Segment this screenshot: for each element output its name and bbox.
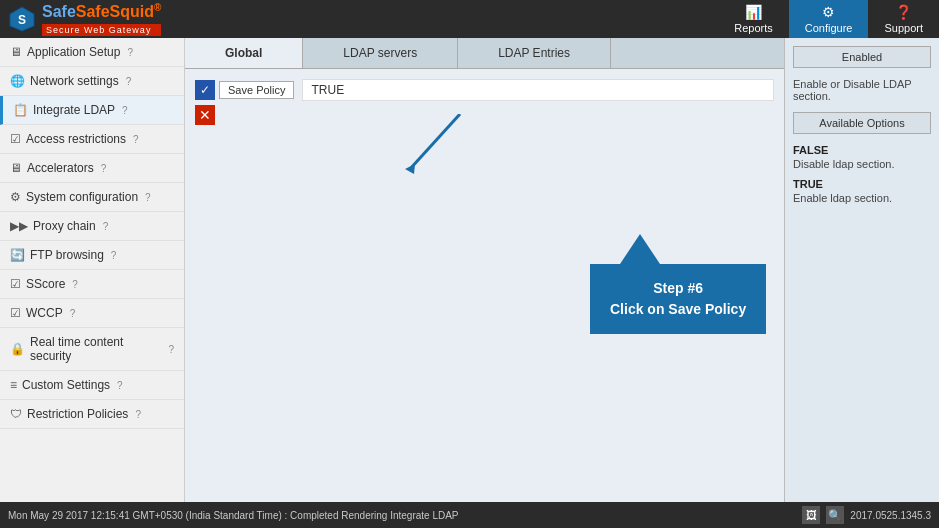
wccp-icon: ☑ <box>10 306 21 320</box>
help-icon: ? <box>126 76 132 87</box>
logo-text: SafeSafeSquid® <box>42 2 161 21</box>
option-false-value: FALSE <box>793 144 931 156</box>
sidebar-item-integrate-ldap[interactable]: 📋 Integrate LDAP ? <box>0 96 184 125</box>
sidebar-item-label: Restriction Policies <box>27 407 128 421</box>
help-icon: ? <box>145 192 151 203</box>
sidebar-item-label: Custom Settings <box>22 378 110 392</box>
help-icon: ? <box>111 250 117 261</box>
enabled-section: Enabled <box>793 46 931 68</box>
sidebar-item-application-setup[interactable]: 🖥 Application Setup ? <box>0 38 184 67</box>
nav-support[interactable]: ❓ Support <box>868 0 939 38</box>
support-icon: ❓ <box>895 4 912 20</box>
tabs-bar: Global LDAP servers LDAP Entries <box>185 38 784 69</box>
sidebar-item-proxy-chain[interactable]: ▶▶ Proxy chain ? <box>0 212 184 241</box>
reports-label: Reports <box>734 22 773 34</box>
sidebar-item-restriction-policies[interactable]: 🛡 Restriction Policies ? <box>0 400 184 429</box>
footer-right: 🖼 🔍 2017.0525.1345.3 <box>802 506 931 524</box>
options-section: Available Options <box>793 112 931 134</box>
ldap-icon: 📋 <box>13 103 28 117</box>
sidebar-item-network-settings[interactable]: 🌐 Network settings ? <box>0 67 184 96</box>
options-list: FALSE Disable ldap section. TRUE Enable … <box>793 144 931 204</box>
configure-icon: ⚙ <box>822 4 835 20</box>
tab-ldap-entries[interactable]: LDAP Entries <box>458 38 611 68</box>
delete-button[interactable]: ✕ <box>195 105 215 125</box>
sidebar-item-label: Application Setup <box>27 45 120 59</box>
application-setup-icon: 🖥 <box>10 45 22 59</box>
sidebar-item-label: SScore <box>26 277 65 291</box>
help-icon: ? <box>101 163 107 174</box>
footer-screenshot-icon[interactable]: 🖼 <box>802 506 820 524</box>
sscore-icon: ☑ <box>10 277 21 291</box>
sidebar-item-label: FTP browsing <box>30 248 104 262</box>
option-true-value: TRUE <box>793 178 931 190</box>
help-icon: ? <box>133 134 139 145</box>
svg-text:S: S <box>18 13 26 27</box>
proxy-icon: ▶▶ <box>10 219 28 233</box>
check-button[interactable]: ✓ <box>195 80 215 100</box>
sidebar-item-label: System configuration <box>26 190 138 204</box>
tooltip-arrow-svg <box>400 114 480 174</box>
available-options-button[interactable]: Available Options <box>793 112 931 134</box>
sidebar-item-wccp[interactable]: ☑ WCCP ? <box>0 299 184 328</box>
help-icon: ? <box>168 344 174 355</box>
sidebar-item-realtime-content[interactable]: 🔒 Real time content security ? <box>0 328 184 371</box>
network-icon: 🌐 <box>10 74 25 88</box>
right-panel: Enabled Enable or Disable LDAP section. … <box>784 38 939 502</box>
sidebar-item-label: Accelerators <box>27 161 94 175</box>
tab-global[interactable]: Global <box>185 38 303 68</box>
footer-search-icon[interactable]: 🔍 <box>826 506 844 524</box>
main-layout: 🖥 Application Setup ? 🌐 Network settings… <box>0 38 939 502</box>
help-icon: ? <box>70 308 76 319</box>
tab-ldap-servers[interactable]: LDAP servers <box>303 38 458 68</box>
sidebar-item-access-restrictions[interactable]: ☑ Access restrictions ? <box>0 125 184 154</box>
svg-line-2 <box>410 114 460 169</box>
save-policy-button[interactable]: Save Policy <box>219 81 294 99</box>
option-false-desc: Disable ldap section. <box>793 158 931 170</box>
sidebar-item-system-configuration[interactable]: ⚙ System configuration ? <box>0 183 184 212</box>
help-icon: ? <box>127 47 133 58</box>
sidebar-item-label: Proxy chain <box>33 219 96 233</box>
footer: Mon May 29 2017 12:15:41 GMT+0530 (India… <box>0 502 939 528</box>
sidebar-item-sscore[interactable]: ☑ SScore ? <box>0 270 184 299</box>
step-tooltip: Step #6 Click on Save Policy <box>590 264 766 334</box>
help-icon: ? <box>117 380 123 391</box>
nav-buttons: 📊 Reports ⚙ Configure ❓ Support <box>718 0 939 38</box>
content-area: Global LDAP servers LDAP Entries ✓ Save … <box>185 38 784 502</box>
sidebar-item-custom-settings[interactable]: ≡ Custom Settings ? <box>0 371 184 400</box>
reports-icon: 📊 <box>745 4 762 20</box>
sidebar-item-ftp-browsing[interactable]: 🔄 FTP browsing ? <box>0 241 184 270</box>
configure-label: Configure <box>805 22 853 34</box>
svg-marker-3 <box>405 164 415 174</box>
option-true: TRUE Enable ldap section. <box>793 178 931 204</box>
support-label: Support <box>884 22 923 34</box>
realtime-icon: 🔒 <box>10 342 25 356</box>
enabled-button[interactable]: Enabled <box>793 46 931 68</box>
logo-stack: SafeSafeSquid® Secure Web Gateway <box>42 2 161 35</box>
sidebar-item-label: Network settings <box>30 74 119 88</box>
custom-icon: ≡ <box>10 378 17 392</box>
logo-icon: S <box>8 5 36 33</box>
logo-reg: ® <box>154 2 161 13</box>
logo-squid: SafeSquid <box>76 4 154 21</box>
nav-configure[interactable]: ⚙ Configure <box>789 0 869 38</box>
tooltip-line2: Click on Save Policy <box>610 301 746 317</box>
description-section: Enable or Disable LDAP section. <box>793 78 931 102</box>
panel-description: Enable or Disable LDAP section. <box>793 78 931 102</box>
tooltip-line1: Step #6 <box>653 280 703 296</box>
footer-version: 2017.0525.1345.3 <box>850 510 931 521</box>
help-icon: ? <box>72 279 78 290</box>
logo-sub: Secure Web Gateway <box>42 24 161 36</box>
policy-value: TRUE <box>302 79 774 101</box>
tab-content-global: ✓ Save Policy TRUE ✕ Step #6 Click on Sa… <box>185 69 784 502</box>
sysconfig-icon: ⚙ <box>10 190 21 204</box>
sidebar: 🖥 Application Setup ? 🌐 Network settings… <box>0 38 185 502</box>
nav-reports[interactable]: 📊 Reports <box>718 0 789 38</box>
sidebar-item-label: Integrate LDAP <box>33 103 115 117</box>
sidebar-item-label: Access restrictions <box>26 132 126 146</box>
option-false: FALSE Disable ldap section. <box>793 144 931 170</box>
logo-safe: Safe <box>42 4 76 21</box>
sidebar-item-accelerators[interactable]: 🖥 Accelerators ? <box>0 154 184 183</box>
help-icon: ? <box>122 105 128 116</box>
access-icon: ☑ <box>10 132 21 146</box>
ftp-icon: 🔄 <box>10 248 25 262</box>
